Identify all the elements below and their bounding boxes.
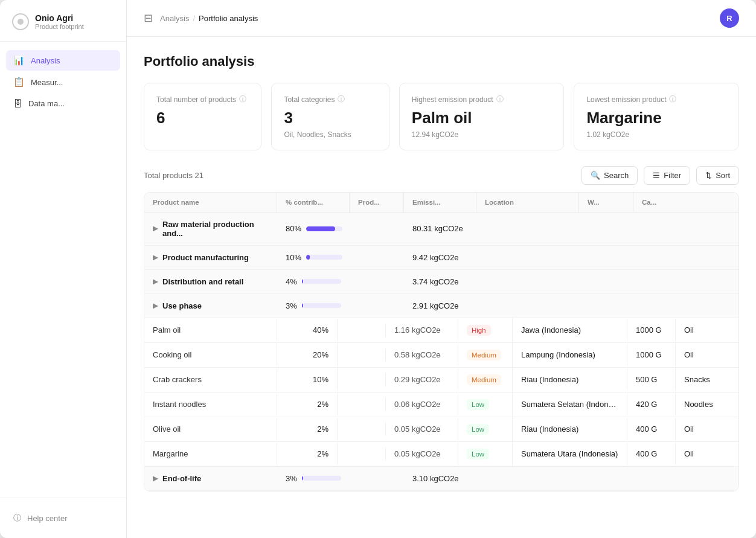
eol-empty xyxy=(350,471,404,485)
product-category-2: Snacks xyxy=(676,368,724,391)
stat-card-label-1: Total categories ⓘ xyxy=(284,94,376,104)
group-row-2[interactable]: ▶ Distribution and retail 4% 3.74 kgCO2e xyxy=(144,270,738,294)
help-center-item[interactable]: ⓘ Help center xyxy=(6,508,120,528)
product-name-1: Cooking oil xyxy=(144,344,277,366)
group-bar-2 xyxy=(302,279,341,284)
sidebar-item-measur[interactable]: 📋 Measur... xyxy=(6,72,120,92)
table-header: Product name% contrib...Prod...Emissi...… xyxy=(144,193,738,213)
product-prod-5 xyxy=(338,447,386,461)
main-content: ⊟ Analysis / Portfolio analysis R Portfo… xyxy=(127,0,756,538)
product-badge-2: Medium xyxy=(458,368,513,392)
product-name-3: Instant noodles xyxy=(144,393,277,415)
sidebar-toggle-icon[interactable]: ⊟ xyxy=(144,11,153,25)
group-name-3: ▶ Use phase xyxy=(144,294,277,318)
product-name-5: Margarine xyxy=(144,443,277,465)
product-weight-5: 400 G xyxy=(627,443,676,465)
search-button[interactable]: 🔍 Search xyxy=(581,166,638,185)
breadcrumb-current: Portfolio analysis xyxy=(199,14,258,23)
col-header-4: Location xyxy=(476,193,579,212)
eol-rest xyxy=(476,471,738,485)
product-weight-1: 1000 G xyxy=(627,344,676,366)
group-percent-2: 4% xyxy=(277,270,350,293)
stat-card-3: Lowest emission product ⓘ Margarine 1.02… xyxy=(574,83,739,150)
product-row-4[interactable]: Olive oil 2% 0.05 kgCO2e Low Riau (Indon… xyxy=(144,417,738,442)
group-empty-0 xyxy=(350,222,404,236)
product-name-2: Crab crackers xyxy=(144,368,277,391)
group-empty-3 xyxy=(350,298,404,313)
filter-button[interactable]: ☰ Filter xyxy=(644,166,690,185)
stat-card-label-0: Total number of products ⓘ xyxy=(156,94,249,104)
product-weight-3: 420 G xyxy=(627,393,676,415)
group-name-0: ▶ Raw material production and... xyxy=(144,213,277,245)
sidebar-item-analysis[interactable]: 📊 Analysis xyxy=(6,50,120,71)
eol-percent: 3% xyxy=(277,467,350,490)
chevron-icon-1[interactable]: ▶ xyxy=(153,254,158,261)
group-rest-1 xyxy=(476,250,738,264)
product-location-0: Jawa (Indonesia) xyxy=(513,319,627,341)
badge-2: Medium xyxy=(467,374,501,385)
end-of-life-row[interactable]: ▶ End-of-life 3% 3.10 kgCO2e xyxy=(144,467,738,491)
stat-card-0: Total number of products ⓘ 6 xyxy=(144,83,261,150)
badge-0: High xyxy=(467,325,491,336)
group-percent-3: 3% xyxy=(277,294,350,318)
group-row-1[interactable]: ▶ Product manufacturing 10% 9.42 kgCO2e xyxy=(144,246,738,270)
info-icon-3: ⓘ xyxy=(669,94,676,104)
product-row-1[interactable]: Cooking oil 20% 0.58 kgCO2e Medium Lampu… xyxy=(144,343,738,368)
sort-button[interactable]: ⇅ Sort xyxy=(696,166,739,185)
col-header-3: Emissi... xyxy=(404,193,476,212)
chevron-icon-0[interactable]: ▶ xyxy=(153,225,158,232)
product-row-2[interactable]: Crab crackers 10% 0.29 kgCO2e Medium Ria… xyxy=(144,368,738,392)
product-emission-0: 1.16 kgCO2e xyxy=(386,319,458,341)
product-badge-0: High xyxy=(458,318,513,342)
eol-chevron-icon[interactable]: ▶ xyxy=(153,475,158,482)
group-name-1: ▶ Product manufacturing xyxy=(144,246,277,269)
product-percent-1: 20% xyxy=(277,344,338,366)
product-percent-4: 2% xyxy=(277,418,338,440)
group-row-0[interactable]: ▶ Raw material production and... 80% 80.… xyxy=(144,213,738,246)
filter-icon: ☰ xyxy=(653,171,660,180)
sidebar-item-datama[interactable]: 🗄 Data ma... xyxy=(6,94,120,114)
group-name-2: ▶ Distribution and retail xyxy=(144,270,277,293)
product-badge-4: Low xyxy=(458,417,513,441)
product-badge-3: Low xyxy=(458,392,513,417)
chevron-icon-2[interactable]: ▶ xyxy=(153,278,158,286)
eol-name: ▶ End-of-life xyxy=(144,467,277,490)
topnav: ⊟ Analysis / Portfolio analysis R xyxy=(127,0,756,37)
table-body: ▶ Raw material production and... 80% 80.… xyxy=(144,213,738,491)
group-percent-1: 10% xyxy=(277,246,350,269)
product-emission-5: 0.05 kgCO2e xyxy=(386,443,458,465)
search-label: Search xyxy=(604,171,629,180)
product-weight-4: 400 G xyxy=(627,418,676,440)
product-emission-3: 0.06 kgCO2e xyxy=(386,393,458,415)
product-category-3: Noodles xyxy=(676,393,724,415)
product-category-4: Oil xyxy=(676,418,724,440)
company-name: Onio Agri xyxy=(35,13,84,23)
chevron-icon-3[interactable]: ▶ xyxy=(153,302,158,310)
info-icon-1: ⓘ xyxy=(338,94,345,104)
stat-card-value-1: 3 xyxy=(284,109,376,127)
stat-card-label-2: Highest emission product ⓘ xyxy=(412,94,552,104)
product-row-0[interactable]: Palm oil 40% 1.16 kgCO2e High Jawa (Indo… xyxy=(144,318,738,343)
group-bar-fill-2 xyxy=(302,279,304,284)
stat-card-label-3: Lowest emission product ⓘ xyxy=(586,94,726,104)
eol-bar xyxy=(302,476,341,481)
product-category-1: Oil xyxy=(676,344,724,366)
filter-label: Filter xyxy=(664,171,681,180)
product-name-0: Palm oil xyxy=(144,319,277,341)
badge-5: Low xyxy=(467,449,489,460)
sidebar-item-label: Analysis xyxy=(31,56,60,65)
product-name-4: Olive oil xyxy=(144,418,277,440)
total-products-label: Total products 21 xyxy=(144,171,203,180)
stat-card-1: Total categories ⓘ 3 Oil, Noodles, Snack… xyxy=(271,83,389,150)
product-prod-0 xyxy=(338,324,386,337)
company-subtitle: Product footprint xyxy=(35,23,84,30)
stat-card-value-3: Margarine xyxy=(586,109,726,127)
product-prod-3 xyxy=(338,398,386,411)
group-percent-0: 80% xyxy=(277,217,350,240)
group-row-3[interactable]: ▶ Use phase 3% 2.91 kgCO2e xyxy=(144,294,738,318)
product-row-3[interactable]: Instant noodles 2% 0.06 kgCO2e Low Sumat… xyxy=(144,392,738,417)
user-avatar[interactable]: R xyxy=(720,8,739,28)
stat-cards: Total number of products ⓘ 6 Total categ… xyxy=(144,83,739,150)
group-bar-0 xyxy=(306,226,342,231)
product-row-5[interactable]: Margarine 2% 0.05 kgCO2e Low Sumatera Ut… xyxy=(144,442,738,467)
